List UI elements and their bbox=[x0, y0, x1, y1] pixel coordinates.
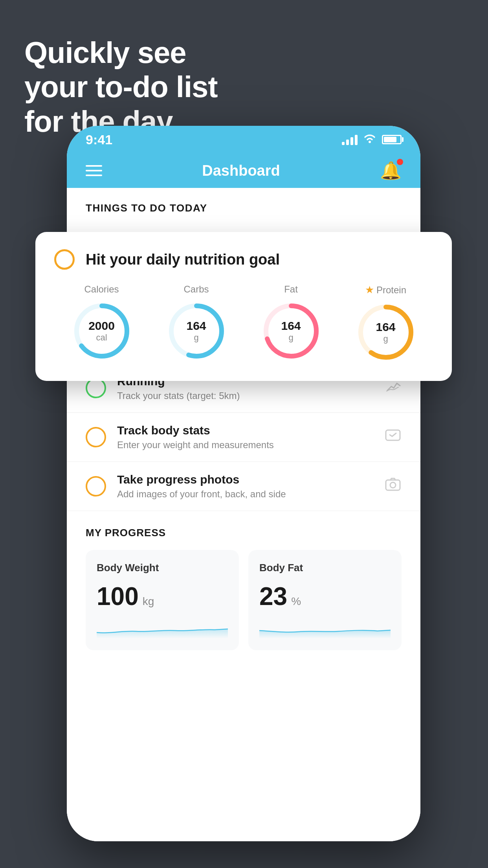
running-icon bbox=[384, 379, 402, 397]
nutrition-protein: ★ Protein 164 g bbox=[354, 284, 417, 364]
todo-item-body-stats[interactable]: Track body stats Enter your weight and m… bbox=[67, 413, 420, 462]
progress-cards: Body Weight 100 kg bbox=[86, 550, 402, 650]
progress-section-title: MY PROGRESS bbox=[86, 527, 402, 539]
protein-unit: g bbox=[376, 334, 395, 344]
status-time: 9:41 bbox=[86, 132, 112, 147]
status-icons bbox=[342, 133, 402, 147]
protein-label: Protein bbox=[376, 285, 406, 296]
todo-text-body-stats: Track body stats Enter your weight and m… bbox=[117, 424, 373, 451]
wifi-icon bbox=[363, 133, 376, 147]
todo-circle-photos bbox=[86, 476, 106, 497]
svg-point-3 bbox=[390, 482, 396, 488]
body-fat-title: Body Fat bbox=[259, 562, 391, 574]
nutrition-calories: Calories 2000 cal bbox=[70, 284, 133, 362]
protein-value: 164 bbox=[376, 320, 395, 334]
todo-subtitle-body-stats: Enter your weight and measurements bbox=[117, 440, 373, 451]
card-title-row: Hit your daily nutrition goal bbox=[54, 249, 433, 270]
notification-dot bbox=[397, 159, 403, 165]
todo-title-photos: Take progress photos bbox=[117, 473, 373, 486]
body-fat-unit: % bbox=[291, 595, 301, 608]
body-weight-unit: kg bbox=[143, 595, 154, 608]
carbs-center-text: 164 g bbox=[186, 319, 206, 343]
photo-icon bbox=[384, 477, 402, 496]
status-bar: 9:41 bbox=[67, 126, 420, 153]
body-fat-value-row: 23 % bbox=[259, 582, 391, 611]
nav-title: Dashboard bbox=[202, 162, 280, 179]
body-fat-value: 23 bbox=[259, 582, 287, 611]
card-title: Hit your daily nutrition goal bbox=[86, 251, 280, 268]
calories-circle: 2000 cal bbox=[70, 300, 133, 362]
carbs-unit: g bbox=[186, 333, 206, 343]
calories-value: 2000 bbox=[88, 319, 115, 333]
carbs-circle: 164 g bbox=[165, 300, 228, 362]
protein-circle: 164 g bbox=[354, 301, 417, 364]
protein-center-text: 164 g bbox=[376, 320, 395, 344]
fat-label: Fat bbox=[284, 284, 298, 295]
carbs-value: 164 bbox=[186, 319, 206, 333]
body-weight-value: 100 bbox=[97, 582, 139, 611]
calories-center-text: 2000 cal bbox=[88, 319, 115, 343]
battery-icon bbox=[382, 135, 402, 144]
progress-section: MY PROGRESS Body Weight 100 kg bbox=[67, 511, 420, 650]
todo-circle-body-stats bbox=[86, 427, 106, 447]
fat-circle: 164 g bbox=[260, 300, 323, 362]
carbs-label: Carbs bbox=[183, 284, 209, 295]
fat-unit: g bbox=[281, 333, 301, 343]
body-weight-card[interactable]: Body Weight 100 kg bbox=[86, 550, 239, 650]
nutrition-circles: Calories 2000 cal Carbs bbox=[54, 284, 433, 364]
star-icon: ★ bbox=[365, 284, 374, 296]
signal-icon bbox=[342, 134, 358, 145]
bell-icon[interactable]: 🔔 bbox=[380, 160, 402, 181]
fat-value: 164 bbox=[281, 319, 301, 333]
body-fat-card[interactable]: Body Fat 23 % bbox=[248, 550, 402, 650]
nutrition-fat: Fat 164 g bbox=[260, 284, 323, 362]
headline: Quickly see your to-do list for the day. bbox=[24, 35, 218, 138]
scale-icon bbox=[384, 428, 402, 447]
svg-rect-2 bbox=[386, 480, 400, 490]
todo-title-body-stats: Track body stats bbox=[117, 424, 373, 437]
calories-unit: cal bbox=[88, 333, 115, 343]
task-circle-check[interactable] bbox=[54, 249, 75, 270]
todo-text-photos: Take progress photos Add images of your … bbox=[117, 473, 373, 500]
body-weight-title: Body Weight bbox=[97, 562, 228, 574]
todo-list: Running Track your stats (target: 5km) T… bbox=[67, 364, 420, 511]
body-weight-value-row: 100 kg bbox=[97, 582, 228, 611]
calories-label: Calories bbox=[84, 284, 119, 295]
protein-label-row: ★ Protein bbox=[365, 284, 406, 296]
todo-subtitle-photos: Add images of your front, back, and side bbox=[117, 489, 373, 500]
svg-point-0 bbox=[369, 141, 371, 143]
nav-bar: Dashboard 🔔 bbox=[67, 153, 420, 188]
things-to-do-header: THINGS TO DO TODAY bbox=[67, 188, 420, 222]
body-fat-chart bbox=[259, 619, 391, 638]
nutrition-carbs: Carbs 164 g bbox=[165, 284, 228, 362]
fat-center-text: 164 g bbox=[281, 319, 301, 343]
todo-item-photos[interactable]: Take progress photos Add images of your … bbox=[67, 462, 420, 511]
body-weight-chart bbox=[97, 619, 228, 638]
todo-subtitle-running: Track your stats (target: 5km) bbox=[117, 390, 373, 401]
floating-nutrition-card: Hit your daily nutrition goal Calories 2… bbox=[35, 232, 452, 381]
hamburger-menu[interactable] bbox=[86, 165, 102, 176]
